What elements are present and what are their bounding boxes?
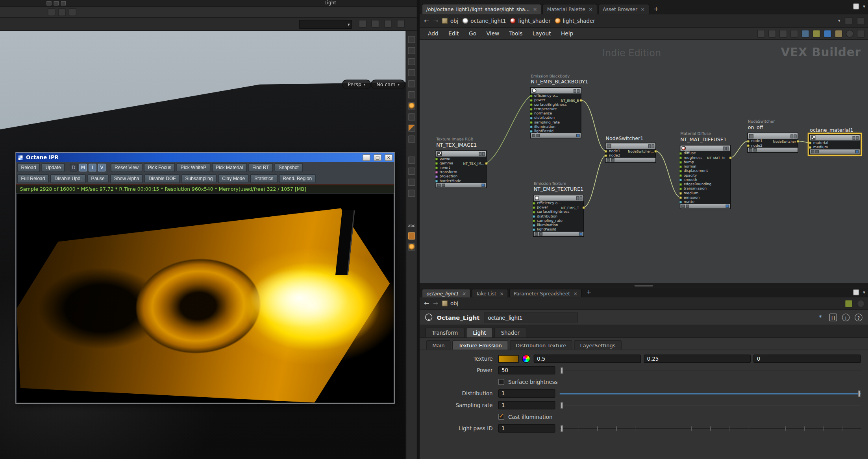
- chevron-down-icon[interactable]: ▾: [838, 18, 840, 23]
- render-canvas[interactable]: [17, 194, 394, 403]
- texture-b-field[interactable]: [753, 354, 861, 363]
- pane-maximize-icon[interactable]: [853, 3, 859, 9]
- node-nt-emis-blackbody1[interactable]: Emission BlackBody NT_EMIS_BLACKBODY1 ef…: [530, 87, 581, 138]
- toggle-v[interactable]: V: [98, 164, 106, 171]
- menu-help[interactable]: Help: [556, 30, 578, 36]
- surface-brightness-checkbox[interactable]: ✓: [498, 379, 504, 385]
- input-connector[interactable]: [747, 140, 750, 142]
- abc-label-icon[interactable]: abc: [408, 223, 415, 229]
- node-nt-emis-texture1[interactable]: Emission Texture NT_EMIS_TEXTURE1 effici…: [533, 195, 584, 237]
- texture-r-field[interactable]: [534, 354, 641, 363]
- show-alpha-button[interactable]: Show Alpha: [110, 174, 143, 183]
- input-connector[interactable]: [679, 187, 682, 190]
- input-connector[interactable]: [435, 157, 438, 160]
- pane-tab-light[interactable]: Light: [324, 0, 336, 6]
- close-icon[interactable]: ×: [533, 7, 537, 12]
- input-connector[interactable]: [530, 103, 533, 106]
- input-connector[interactable]: [533, 228, 535, 231]
- snap-tool-icon[interactable]: [408, 136, 415, 143]
- minimize-button[interactable]: _: [363, 154, 370, 161]
- close-icon[interactable]: ×: [640, 7, 645, 12]
- network-canvas[interactable]: Indie Edition VEX Builder Emission Black…: [420, 40, 868, 283]
- pause-button[interactable]: Pause: [87, 174, 109, 183]
- input-connector[interactable]: [605, 154, 607, 157]
- geometry-tool-icon[interactable]: [408, 113, 415, 120]
- folder-icon[interactable]: [835, 29, 843, 37]
- output-connector[interactable]: [579, 99, 582, 102]
- grid-view-icon[interactable]: [779, 29, 787, 37]
- persp-view-button[interactable]: Persp ▾: [342, 80, 371, 89]
- close-icon[interactable]: ×: [500, 291, 504, 296]
- move-tool-icon[interactable]: [408, 58, 415, 65]
- close-icon[interactable]: ×: [462, 291, 466, 296]
- key-tool-icon[interactable]: [408, 168, 415, 175]
- menu-view[interactable]: View: [481, 30, 504, 36]
- screenshot-icon[interactable]: [824, 29, 832, 37]
- menu-tools[interactable]: Tools: [504, 30, 527, 36]
- toggle-d[interactable]: D: [70, 164, 78, 171]
- input-connector[interactable]: [679, 161, 682, 164]
- input-connector[interactable]: [530, 108, 533, 111]
- ipr-titlebar[interactable]: Octane IPR _ □ ×: [16, 153, 394, 162]
- breadcrumb-octane-light1[interactable]: octane_light1: [462, 18, 506, 24]
- pin-icon[interactable]: [359, 20, 366, 28]
- presets-icon[interactable]: *: [816, 313, 824, 321]
- layout-grip-icon[interactable]: [408, 36, 415, 43]
- pick-whitepoint-button[interactable]: Pick WhiteP: [177, 163, 210, 172]
- input-connector[interactable]: [809, 141, 812, 144]
- input-connector[interactable]: [530, 112, 533, 115]
- cancel-icon[interactable]: [408, 80, 415, 87]
- input-connector[interactable]: [605, 149, 607, 152]
- new-tab-button[interactable]: +: [583, 287, 595, 298]
- input-connector[interactable]: [679, 192, 682, 194]
- viewport-combo[interactable]: ▾: [299, 20, 352, 29]
- maximize-button[interactable]: □: [374, 154, 381, 161]
- input-connector[interactable]: [533, 215, 535, 218]
- input-connector[interactable]: [533, 210, 535, 213]
- tab-shader[interactable]: Shader: [494, 328, 526, 337]
- statistics-button[interactable]: Statistics: [250, 174, 277, 183]
- shader-tool-icon[interactable]: [408, 124, 415, 131]
- output-connector[interactable]: [797, 140, 800, 143]
- input-connector[interactable]: [530, 94, 533, 97]
- render-region-button[interactable]: Rend. Region: [279, 174, 316, 183]
- output-connector[interactable]: [729, 157, 732, 159]
- new-tab-button[interactable]: +: [650, 4, 662, 15]
- tab-transform[interactable]: Transform: [425, 328, 465, 337]
- disable-update-button[interactable]: Disable Upd.: [51, 174, 86, 183]
- no-cam-button[interactable]: No cam ▾: [371, 80, 405, 89]
- node-nt-tex-image1[interactable]: Texture Image RGB NT_TEX_IMAGE1 power ga…: [436, 151, 487, 188]
- input-connector[interactable]: [747, 144, 750, 147]
- tab-texture-emission[interactable]: Texture Emission: [452, 340, 508, 350]
- dots-grid-icon[interactable]: [790, 29, 798, 37]
- input-connector[interactable]: [435, 179, 438, 182]
- toolbar-icon[interactable]: [61, 1, 66, 5]
- reload-button[interactable]: Reload: [17, 163, 40, 172]
- lock-icon[interactable]: [408, 69, 415, 76]
- node-nodeswitcher1[interactable]: NodeSwitcher1 node1 node2 NodeSwitcher..…: [605, 143, 656, 163]
- breadcrumb-light-shader[interactable]: light_shader: [510, 18, 550, 24]
- menu-edit[interactable]: Edit: [443, 30, 464, 36]
- toolbar-icon[interactable]: [68, 8, 76, 16]
- input-connector[interactable]: [530, 99, 533, 101]
- info-icon[interactable]: i: [842, 313, 850, 321]
- input-connector[interactable]: [679, 174, 682, 177]
- back-icon[interactable]: ←: [424, 17, 429, 24]
- toolbar-icon[interactable]: [54, 1, 59, 5]
- knife-tool-icon[interactable]: [408, 179, 415, 186]
- tab-material-palette[interactable]: Material Palette ×: [542, 4, 597, 15]
- sync-icon[interactable]: [857, 299, 865, 307]
- tab-main[interactable]: Main: [426, 340, 451, 350]
- input-connector[interactable]: [533, 206, 535, 209]
- breadcrumb-obj[interactable]: obj: [442, 18, 458, 24]
- menu-layout[interactable]: Layout: [527, 30, 556, 36]
- pin-icon[interactable]: [845, 17, 853, 25]
- find-rt-button[interactable]: Find RT: [248, 163, 273, 172]
- node-octane-material1[interactable]: octane_material1 material medium: [809, 135, 860, 155]
- plugin-icon[interactable]: [845, 299, 853, 307]
- breadcrumb-light-shader-2[interactable]: light_shader: [555, 18, 595, 24]
- reset-view-button[interactable]: Reset View: [111, 163, 143, 172]
- input-connector[interactable]: [435, 175, 438, 178]
- light-pass-id-slider[interactable]: [560, 424, 861, 433]
- tree-view-icon[interactable]: [757, 29, 765, 37]
